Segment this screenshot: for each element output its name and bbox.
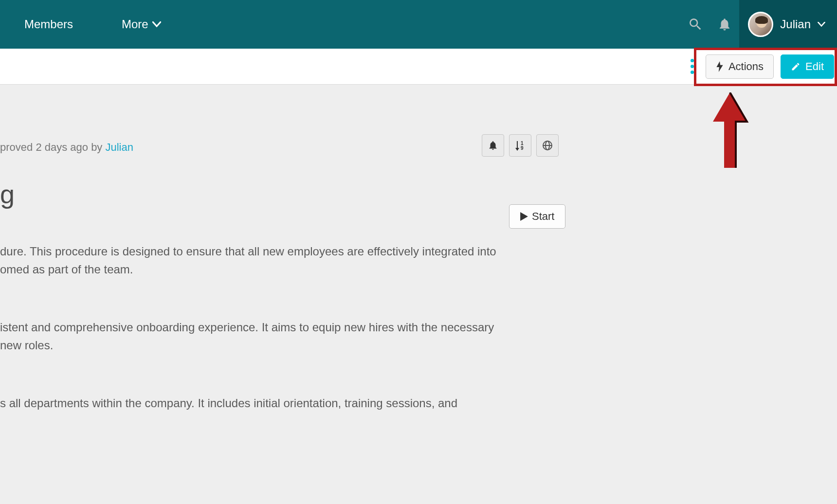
- meta-user-link[interactable]: Julian: [105, 141, 133, 153]
- actions-button[interactable]: Actions: [706, 54, 774, 79]
- annotation-arrow-icon: [710, 92, 749, 170]
- body-paragraph-2: istent and comprehensive onboarding expe…: [0, 318, 501, 354]
- top-nav-left: Members More: [0, 18, 161, 31]
- more-options-button[interactable]: [686, 59, 699, 74]
- edit-icon: [791, 62, 801, 72]
- kebab-dot: [691, 65, 694, 68]
- visibility-button[interactable]: [536, 134, 559, 157]
- top-nav-bar: Members More Julian: [0, 0, 837, 49]
- sort-numeric-icon: 19: [514, 140, 526, 151]
- page-title-fragment: g: [0, 179, 15, 209]
- actions-label: Actions: [728, 60, 764, 73]
- sort-button[interactable]: 19: [509, 134, 531, 157]
- bell-icon: [488, 140, 498, 151]
- top-nav-right: Julian: [681, 0, 837, 49]
- action-group: Actions Edit: [686, 53, 837, 81]
- nav-more-label: More: [122, 18, 148, 31]
- nav-members-label: Members: [24, 18, 73, 31]
- bell-icon: [717, 17, 732, 32]
- search-icon: [688, 17, 703, 32]
- kebab-dot: [691, 59, 694, 62]
- edit-label: Edit: [805, 60, 824, 73]
- svg-text:9: 9: [521, 145, 524, 151]
- user-name: Julian: [780, 18, 811, 31]
- page-tool-group: 19: [482, 134, 559, 157]
- bolt-icon: [716, 61, 724, 72]
- notifications-button[interactable]: [710, 10, 739, 39]
- edit-button[interactable]: Edit: [781, 54, 834, 79]
- action-bar: Actions Edit: [0, 49, 837, 85]
- chevron-down-icon: [152, 21, 161, 27]
- start-button[interactable]: Start: [509, 204, 565, 229]
- nav-members[interactable]: Members: [24, 18, 73, 31]
- body-paragraph-3: s all departments within the company. It…: [0, 394, 457, 412]
- meta-prefix: proved 2 days ago by: [0, 141, 105, 153]
- play-icon: [520, 212, 528, 221]
- avatar: [748, 12, 773, 37]
- kebab-dot: [691, 71, 694, 74]
- search-button[interactable]: [681, 10, 710, 39]
- chevron-down-icon: [818, 22, 825, 27]
- user-menu[interactable]: Julian: [739, 0, 837, 49]
- globe-icon: [542, 140, 553, 151]
- body-paragraph-1: dure. This procedure is designed to ensu…: [0, 242, 501, 278]
- meta-line: proved 2 days ago by Julian: [0, 141, 133, 154]
- start-label: Start: [532, 210, 554, 223]
- nav-more[interactable]: More: [122, 18, 161, 31]
- subscribe-button[interactable]: [482, 134, 504, 157]
